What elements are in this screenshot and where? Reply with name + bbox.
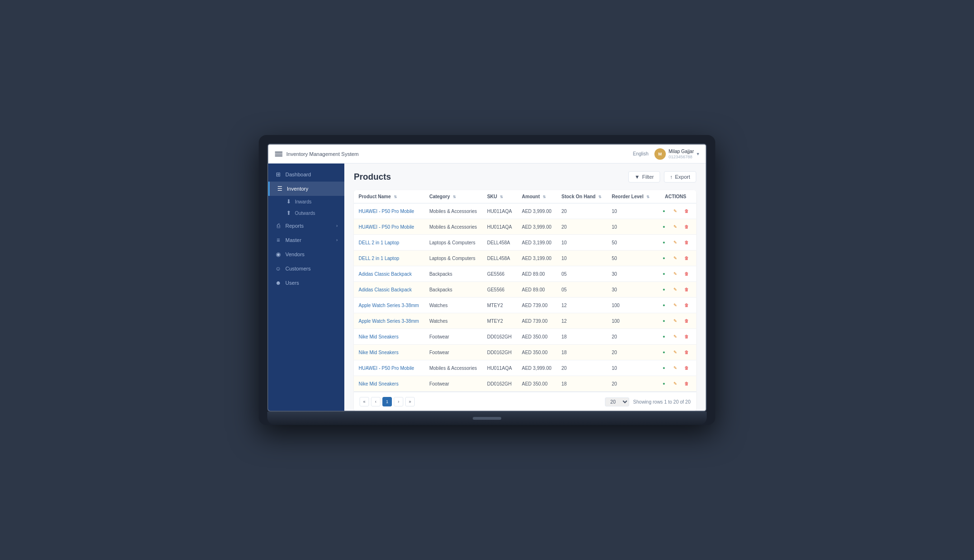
cell-stock: 10 xyxy=(557,251,607,266)
delete-button[interactable]: 🗑 xyxy=(682,364,691,372)
delete-button[interactable]: 🗑 xyxy=(682,348,691,357)
cell-amount: AED 89.00 xyxy=(517,282,556,298)
col-header-amount[interactable]: Amount ⇅ xyxy=(517,190,556,203)
sidebar-item-master[interactable]: ≡ Master › xyxy=(268,233,344,247)
delete-button[interactable]: 🗑 xyxy=(682,238,691,247)
view-button[interactable]: ● xyxy=(660,301,668,309)
products-table-container: Product Name ⇅ Category ⇅ SKU xyxy=(354,190,696,411)
sort-icon-amount: ⇅ xyxy=(543,195,546,199)
sidebar-item-users[interactable]: ☻ Users xyxy=(268,276,344,290)
edit-button[interactable]: ✎ xyxy=(671,270,680,278)
pagination-prev[interactable]: ‹ xyxy=(371,397,380,406)
pagination-last[interactable]: » xyxy=(405,397,415,406)
cell-reorder: 20 xyxy=(607,329,655,345)
delete-button[interactable]: 🗑 xyxy=(682,301,691,309)
col-header-reorder[interactable]: Reorder Level ⇅ xyxy=(607,190,655,203)
pagination-first[interactable]: « xyxy=(360,397,369,406)
cell-stock: 05 xyxy=(557,266,607,282)
delete-button[interactable]: 🗑 xyxy=(682,285,691,294)
sidebar-item-vendors[interactable]: ◉ Vendors xyxy=(268,247,344,261)
cell-reorder: 100 xyxy=(607,298,655,313)
chevron-right-icon-master: › xyxy=(336,238,338,242)
col-header-sku[interactable]: SKU ⇅ xyxy=(482,190,517,203)
pagination-page-1[interactable]: 1 xyxy=(382,397,392,406)
sidebar-label-customers: Customers xyxy=(285,266,338,271)
showing-text: Showing rows 1 to 20 of 20 xyxy=(633,399,691,405)
delete-button[interactable]: 🗑 xyxy=(682,207,691,215)
edit-button[interactable]: ✎ xyxy=(671,254,680,262)
view-button[interactable]: ● xyxy=(660,379,668,388)
cell-reorder: 10 xyxy=(607,203,655,219)
sidebar-item-reports[interactable]: ⎙ Reports › xyxy=(268,219,344,233)
cell-sku: HU011AQA xyxy=(482,360,517,376)
cell-actions: ● ✎ 🗑 xyxy=(655,266,696,282)
chevron-right-icon: › xyxy=(336,223,338,228)
table-header-row: Product Name ⇅ Category ⇅ SKU xyxy=(354,190,696,203)
cell-stock: 20 xyxy=(557,360,607,376)
col-header-product-name[interactable]: Product Name ⇅ xyxy=(354,190,425,203)
main-layout: ⊞ Dashboard ☰ Inventory ⬇ Inwards ⬆ Outw… xyxy=(268,164,706,411)
delete-button[interactable]: 🗑 xyxy=(682,317,691,325)
rows-per-page-select[interactable]: 20 50 100 xyxy=(605,397,629,406)
language-selector[interactable]: English xyxy=(633,151,649,156)
sidebar-item-dashboard[interactable]: ⊞ Dashboard xyxy=(268,167,344,182)
delete-button[interactable]: 🗑 xyxy=(682,332,691,341)
edit-button[interactable]: ✎ xyxy=(671,364,680,372)
delete-button[interactable]: 🗑 xyxy=(682,270,691,278)
delete-button[interactable]: 🗑 xyxy=(682,254,691,262)
user-menu[interactable]: M Milap Gajjar 0123456788 ▾ xyxy=(654,148,699,160)
table-row: Adidas Classic Backpack Backpacks GE5566… xyxy=(354,282,696,298)
sidebar-item-outwards[interactable]: ⬆ Outwards xyxy=(268,207,344,219)
edit-button[interactable]: ✎ xyxy=(671,301,680,309)
edit-button[interactable]: ✎ xyxy=(671,379,680,388)
export-button[interactable]: ↑ Export xyxy=(664,171,696,183)
delete-button[interactable]: 🗑 xyxy=(682,222,691,231)
view-button[interactable]: ● xyxy=(660,270,668,278)
view-button[interactable]: ● xyxy=(660,348,668,357)
reports-icon: ⎙ xyxy=(275,222,282,229)
view-button[interactable]: ● xyxy=(660,238,668,247)
view-button[interactable]: ● xyxy=(660,317,668,325)
cell-sku: MTEY2 xyxy=(482,313,517,329)
pagination-next[interactable]: › xyxy=(394,397,403,406)
cell-stock: 12 xyxy=(557,313,607,329)
edit-button[interactable]: ✎ xyxy=(671,222,680,231)
edit-button[interactable]: ✎ xyxy=(671,285,680,294)
cell-product-name: Nike Mid Sneakers xyxy=(354,376,425,392)
sidebar-item-inventory[interactable]: ☰ Inventory xyxy=(268,182,344,196)
cell-amount: AED 3,199.00 xyxy=(517,235,556,251)
table-row: HUAWEI - P50 Pro Mobile Mobiles & Access… xyxy=(354,360,696,376)
view-button[interactable]: ● xyxy=(660,285,668,294)
table-row: Nike Mid Sneakers Footwear DD0162GH AED … xyxy=(354,345,696,360)
cell-amount: AED 739.00 xyxy=(517,298,556,313)
edit-button[interactable]: ✎ xyxy=(671,238,680,247)
edit-button[interactable]: ✎ xyxy=(671,317,680,325)
delete-button[interactable]: 🗑 xyxy=(682,379,691,388)
view-button[interactable]: ● xyxy=(660,254,668,262)
view-button[interactable]: ● xyxy=(660,222,668,231)
content-area: Products ▼ Filter ↑ Export xyxy=(344,164,706,411)
col-header-category[interactable]: Category ⇅ xyxy=(425,190,482,203)
sidebar-label-inventory: Inventory xyxy=(287,186,338,192)
cell-product-name: Apple Watch Series 3-38mm xyxy=(354,313,425,329)
table-row: HUAWEI - P50 Pro Mobile Mobiles & Access… xyxy=(354,219,696,235)
col-header-stock[interactable]: Stock On Hand ⇅ xyxy=(557,190,607,203)
cell-stock: 20 xyxy=(557,203,607,219)
edit-button[interactable]: ✎ xyxy=(671,207,680,215)
sidebar-item-inwards[interactable]: ⬇ Inwards xyxy=(268,196,344,207)
sidebar-label-reports: Reports xyxy=(285,223,332,229)
edit-button[interactable]: ✎ xyxy=(671,348,680,357)
page-title: Products xyxy=(354,172,391,182)
sidebar-item-customers[interactable]: ☺ Customers xyxy=(268,261,344,276)
view-button[interactable]: ● xyxy=(660,332,668,341)
cell-reorder: 10 xyxy=(607,360,655,376)
view-button[interactable]: ● xyxy=(660,364,668,372)
cell-stock: 18 xyxy=(557,376,607,392)
chevron-down-icon: ▾ xyxy=(697,151,699,156)
edit-button[interactable]: ✎ xyxy=(671,332,680,341)
cell-category: Mobiles & Accessories xyxy=(425,203,482,219)
filter-button[interactable]: ▼ Filter xyxy=(628,171,660,183)
view-button[interactable]: ● xyxy=(660,207,668,215)
table-row: Nike Mid Sneakers Footwear DD0162GH AED … xyxy=(354,376,696,392)
cell-stock: 18 xyxy=(557,345,607,360)
